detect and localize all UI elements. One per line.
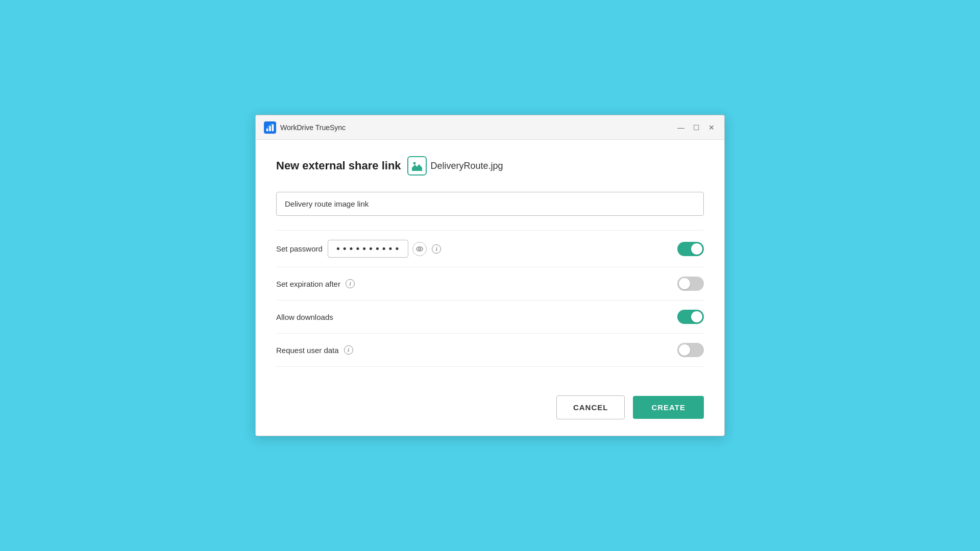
set-expiration-left: Set expiration after i bbox=[276, 279, 355, 288]
dialog-header: New external share link DeliveryRoute.jp… bbox=[276, 156, 704, 176]
set-password-label: Set password bbox=[276, 244, 323, 253]
svg-point-6 bbox=[416, 247, 423, 251]
maximize-button[interactable]: ☐ bbox=[692, 123, 701, 132]
set-password-row: Set password •••••••••• i bbox=[276, 230, 704, 267]
user-data-toggle[interactable] bbox=[677, 343, 704, 357]
cancel-button[interactable]: CANCEL bbox=[556, 395, 625, 419]
password-info-icon[interactable]: i bbox=[432, 244, 441, 254]
request-user-data-label: Request user data bbox=[276, 346, 339, 355]
user-data-info-icon[interactable]: i bbox=[344, 345, 353, 355]
downloads-toggle[interactable] bbox=[677, 310, 704, 324]
password-area: •••••••••• bbox=[328, 240, 427, 258]
file-name: DeliveryRoute.jpg bbox=[431, 161, 503, 171]
dialog-title: New external share link bbox=[276, 159, 401, 172]
titlebar-controls: — ☐ ✕ bbox=[676, 123, 716, 132]
footer: CANCEL CREATE bbox=[256, 383, 724, 436]
set-expiration-row: Set expiration after i bbox=[276, 267, 704, 300]
expiration-toggle[interactable] bbox=[677, 277, 704, 291]
password-toggle[interactable] bbox=[677, 242, 704, 256]
allow-downloads-row: Allow downloads bbox=[276, 300, 704, 334]
file-icon-wrapper: DeliveryRoute.jpg bbox=[407, 156, 503, 176]
allow-downloads-left: Allow downloads bbox=[276, 313, 333, 321]
set-expiration-label: Set expiration after bbox=[276, 280, 340, 288]
app-icon bbox=[264, 121, 276, 134]
svg-rect-0 bbox=[266, 128, 268, 131]
svg-rect-2 bbox=[272, 124, 274, 131]
titlebar-left: WorkDrive TrueSync bbox=[264, 121, 346, 134]
svg-point-5 bbox=[413, 162, 415, 165]
svg-point-7 bbox=[419, 248, 421, 250]
create-button[interactable]: CREATE bbox=[633, 396, 704, 419]
app-title: WorkDrive TrueSync bbox=[280, 123, 346, 132]
settings-section: Set password •••••••••• i bbox=[276, 230, 704, 367]
allow-downloads-label: Allow downloads bbox=[276, 313, 333, 321]
request-user-data-row: Request user data i bbox=[276, 334, 704, 367]
titlebar: WorkDrive TrueSync — ☐ ✕ bbox=[256, 115, 724, 140]
svg-rect-1 bbox=[269, 126, 271, 131]
file-icon bbox=[407, 156, 427, 176]
set-password-left: Set password •••••••••• i bbox=[276, 240, 441, 258]
minimize-button[interactable]: — bbox=[676, 123, 685, 132]
dialog-content: New external share link DeliveryRoute.jp… bbox=[256, 140, 724, 383]
password-dots: •••••••••• bbox=[328, 240, 408, 258]
expiration-info-icon[interactable]: i bbox=[346, 279, 355, 288]
request-user-data-left: Request user data i bbox=[276, 345, 353, 355]
main-window: WorkDrive TrueSync — ☐ ✕ New external sh… bbox=[255, 115, 725, 436]
show-password-button[interactable] bbox=[412, 242, 427, 256]
link-name-input[interactable] bbox=[276, 192, 704, 216]
close-button[interactable]: ✕ bbox=[707, 123, 716, 132]
